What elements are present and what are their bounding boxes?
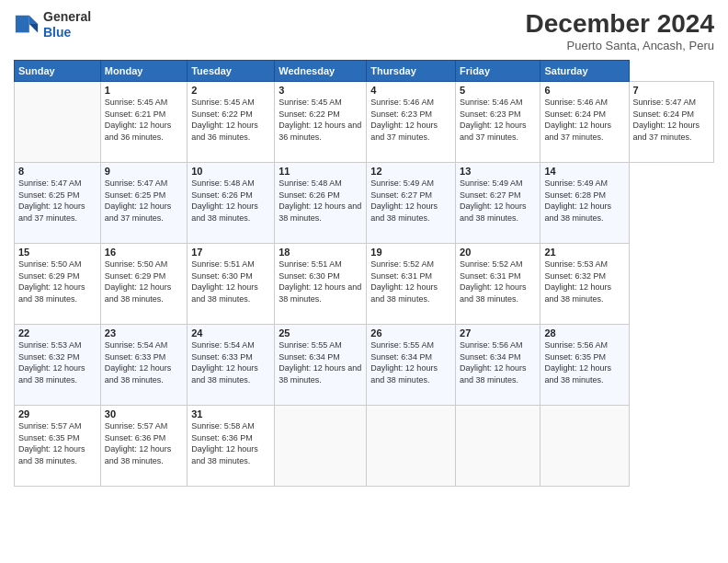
day-number: 27 [460, 327, 536, 339]
day-header-thursday: Thursday [367, 61, 456, 82]
day-header-friday: Friday [456, 61, 540, 82]
day-number: 28 [544, 327, 624, 339]
day-info: Sunrise: 5:47 AMSunset: 6:25 PMDaylight:… [105, 178, 183, 224]
day-number: 15 [18, 247, 97, 258]
day-info: Sunrise: 5:45 AMSunset: 6:22 PMDaylight:… [191, 97, 270, 143]
day-number: 29 [18, 408, 97, 419]
calendar-cell: 9Sunrise: 5:47 AMSunset: 6:25 PMDaylight… [100, 163, 187, 244]
calendar-cell: 24Sunrise: 5:54 AMSunset: 6:33 PMDayligh… [188, 325, 275, 406]
day-number: 18 [279, 247, 362, 258]
day-info: Sunrise: 5:46 AMSunset: 6:24 PMDaylight:… [544, 97, 624, 143]
day-info: Sunrise: 5:48 AMSunset: 6:26 PMDaylight:… [191, 178, 270, 224]
calendar-cell: 23Sunrise: 5:54 AMSunset: 6:33 PMDayligh… [100, 325, 187, 406]
calendar-cell [275, 406, 367, 487]
day-info: Sunrise: 5:49 AMSunset: 6:27 PMDaylight:… [460, 178, 536, 224]
logo: General Blue [14, 9, 91, 40]
header: General Blue December 2024 Puerto Santa,… [14, 9, 714, 52]
day-number: 4 [370, 85, 451, 96]
day-info: Sunrise: 5:51 AMSunset: 6:30 PMDaylight:… [191, 259, 270, 304]
calendar-cell: 6Sunrise: 5:46 AMSunset: 6:24 PMDaylight… [540, 82, 629, 163]
week-row-1: 8Sunrise: 5:47 AMSunset: 6:25 PMDaylight… [15, 163, 714, 244]
svg-marker-0 [29, 16, 38, 24]
calendar-cell: 2Sunrise: 5:45 AMSunset: 6:22 PMDaylight… [188, 82, 275, 163]
day-info: Sunrise: 5:49 AMSunset: 6:28 PMDaylight:… [544, 178, 624, 224]
calendar-cell: 16Sunrise: 5:50 AMSunset: 6:29 PMDayligh… [100, 244, 187, 325]
day-info: Sunrise: 5:56 AMSunset: 6:34 PMDaylight:… [460, 339, 536, 385]
day-number: 3 [279, 85, 362, 96]
day-info: Sunrise: 5:48 AMSunset: 6:26 PMDaylight:… [279, 178, 362, 224]
calendar-cell: 29Sunrise: 5:57 AMSunset: 6:35 PMDayligh… [15, 406, 101, 487]
day-number: 14 [544, 166, 624, 177]
calendar-cell: 14Sunrise: 5:49 AMSunset: 6:28 PMDayligh… [540, 163, 629, 244]
day-info: Sunrise: 5:54 AMSunset: 6:33 PMDaylight:… [105, 339, 183, 385]
calendar-cell: 31Sunrise: 5:58 AMSunset: 6:36 PMDayligh… [188, 406, 275, 487]
day-info: Sunrise: 5:50 AMSunset: 6:29 PMDaylight:… [105, 259, 183, 304]
week-row-3: 22Sunrise: 5:53 AMSunset: 6:32 PMDayligh… [15, 325, 714, 406]
day-number: 24 [191, 327, 270, 339]
calendar-cell [367, 406, 456, 487]
calendar-cell [540, 406, 629, 487]
day-header-wednesday: Wednesday [275, 61, 367, 82]
day-info: Sunrise: 5:56 AMSunset: 6:35 PMDaylight:… [544, 339, 624, 385]
logo-line2: Blue [43, 25, 91, 40]
calendar-cell: 15Sunrise: 5:50 AMSunset: 6:29 PMDayligh… [15, 244, 101, 325]
calendar-cell: 27Sunrise: 5:56 AMSunset: 6:34 PMDayligh… [456, 325, 540, 406]
day-info: Sunrise: 5:46 AMSunset: 6:23 PMDaylight:… [370, 97, 451, 143]
day-info: Sunrise: 5:45 AMSunset: 6:21 PMDaylight:… [105, 97, 183, 143]
day-header-sunday: Sunday [15, 61, 101, 82]
calendar-cell: 28Sunrise: 5:56 AMSunset: 6:35 PMDayligh… [540, 325, 629, 406]
calendar-cell: 10Sunrise: 5:48 AMSunset: 6:26 PMDayligh… [188, 163, 275, 244]
logo-icon [14, 12, 40, 38]
svg-marker-1 [29, 24, 38, 32]
calendar-cell: 1Sunrise: 5:45 AMSunset: 6:21 PMDaylight… [100, 82, 187, 163]
day-info: Sunrise: 5:52 AMSunset: 6:31 PMDaylight:… [370, 259, 451, 304]
day-number: 26 [370, 327, 451, 339]
day-number: 7 [633, 85, 711, 96]
calendar-cell: 17Sunrise: 5:51 AMSunset: 6:30 PMDayligh… [188, 244, 275, 325]
calendar-cell: 26Sunrise: 5:55 AMSunset: 6:34 PMDayligh… [367, 325, 456, 406]
day-number: 17 [191, 247, 270, 258]
calendar: SundayMondayTuesdayWednesdayThursdayFrid… [14, 60, 714, 487]
day-header-saturday: Saturday [540, 61, 629, 82]
day-info: Sunrise: 5:50 AMSunset: 6:29 PMDaylight:… [18, 259, 97, 304]
day-number: 31 [191, 408, 270, 419]
calendar-cell: 11Sunrise: 5:48 AMSunset: 6:26 PMDayligh… [275, 163, 367, 244]
calendar-cell: 20Sunrise: 5:52 AMSunset: 6:31 PMDayligh… [456, 244, 540, 325]
week-row-4: 29Sunrise: 5:57 AMSunset: 6:35 PMDayligh… [15, 406, 714, 487]
day-number: 10 [191, 166, 270, 177]
day-info: Sunrise: 5:49 AMSunset: 6:27 PMDaylight:… [370, 178, 451, 224]
day-number: 6 [544, 85, 624, 96]
day-number: 19 [370, 247, 451, 258]
day-number: 30 [105, 408, 183, 419]
calendar-cell [456, 406, 540, 487]
day-number: 21 [544, 247, 624, 258]
calendar-cell: 7Sunrise: 5:47 AMSunset: 6:24 PMDaylight… [629, 82, 714, 163]
day-number: 12 [370, 166, 451, 177]
logo-line1: General [43, 9, 91, 25]
day-info: Sunrise: 5:47 AMSunset: 6:24 PMDaylight:… [633, 97, 711, 143]
calendar-cell: 13Sunrise: 5:49 AMSunset: 6:27 PMDayligh… [456, 163, 540, 244]
day-number: 20 [460, 247, 536, 258]
calendar-cell [15, 82, 101, 163]
day-header-monday: Monday [100, 61, 187, 82]
day-number: 5 [460, 85, 536, 96]
calendar-cell: 25Sunrise: 5:55 AMSunset: 6:34 PMDayligh… [275, 325, 367, 406]
day-number: 1 [105, 85, 183, 96]
day-info: Sunrise: 5:53 AMSunset: 6:32 PMDaylight:… [18, 339, 97, 385]
title-area: December 2024 Puerto Santa, Ancash, Peru [526, 9, 714, 52]
calendar-cell: 21Sunrise: 5:53 AMSunset: 6:32 PMDayligh… [540, 244, 629, 325]
page: General Blue December 2024 Puerto Santa,… [0, 0, 728, 563]
day-number: 25 [279, 327, 362, 339]
day-number: 16 [105, 247, 183, 258]
day-info: Sunrise: 5:55 AMSunset: 6:34 PMDaylight:… [279, 339, 362, 385]
calendar-cell: 4Sunrise: 5:46 AMSunset: 6:23 PMDaylight… [367, 82, 456, 163]
day-number: 11 [279, 166, 362, 177]
day-info: Sunrise: 5:57 AMSunset: 6:36 PMDaylight:… [105, 420, 183, 466]
calendar-cell: 12Sunrise: 5:49 AMSunset: 6:27 PMDayligh… [367, 163, 456, 244]
days-header-row: SundayMondayTuesdayWednesdayThursdayFrid… [15, 61, 714, 82]
day-info: Sunrise: 5:52 AMSunset: 6:31 PMDaylight:… [460, 259, 536, 304]
calendar-cell: 18Sunrise: 5:51 AMSunset: 6:30 PMDayligh… [275, 244, 367, 325]
day-number: 23 [105, 327, 183, 339]
day-info: Sunrise: 5:57 AMSunset: 6:35 PMDaylight:… [18, 420, 97, 466]
day-number: 2 [191, 85, 270, 96]
